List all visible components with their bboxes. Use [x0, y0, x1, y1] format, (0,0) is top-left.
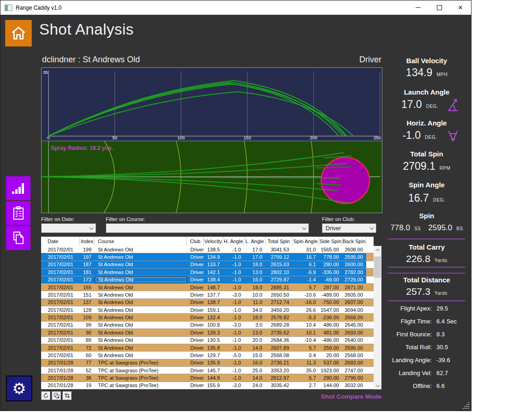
- rail-copy-data-button[interactable]: [6, 226, 30, 250]
- table-cell[interactable]: 109: [80, 314, 95, 321]
- home-button[interactable]: [5, 20, 32, 47]
- table-cell[interactable]: 20.0: [244, 337, 266, 344]
- table-cell[interactable]: 778.00: [319, 253, 342, 260]
- column-header-velocity[interactable]: Velocity: [204, 237, 223, 246]
- table-cell[interactable]: -1.0: [223, 337, 244, 344]
- table-cell[interactable]: 2017/02/01: [41, 306, 80, 313]
- table-cell[interactable]: 2017/02/01: [41, 352, 80, 358]
- table-cell[interactable]: 2799.00: [342, 374, 366, 381]
- column-header-back-spin[interactable]: Back Spin: [342, 237, 366, 246]
- table-cell[interactable]: 138.4: [204, 276, 223, 283]
- table-cell[interactable]: 10.4: [292, 322, 319, 328]
- table-cell[interactable]: 72: [80, 344, 95, 351]
- filter-date-dropdown[interactable]: [41, 223, 96, 233]
- table-cell[interactable]: 287.00: [319, 284, 342, 291]
- table-cell[interactable]: 17.0: [244, 246, 266, 253]
- table-cell[interactable]: -1.0: [223, 359, 244, 366]
- table-cell[interactable]: -1.0: [223, 261, 244, 268]
- table-cell[interactable]: Driver: [187, 261, 204, 268]
- titlebar[interactable]: Range Caddy v1.0 ✕: [0, 0, 471, 15]
- table-cell[interactable]: 2568.00: [342, 314, 366, 321]
- table-cell[interactable]: 138.5: [204, 246, 223, 253]
- table-cell[interactable]: Driver: [187, 374, 204, 381]
- table-cell[interactable]: Driver: [187, 314, 204, 321]
- table-cell[interactable]: 2568.08: [266, 352, 292, 358]
- table-cell[interactable]: 172: [80, 276, 95, 283]
- table-cell[interactable]: Driver: [187, 322, 204, 328]
- table-cell[interactable]: 13.0: [244, 329, 266, 336]
- table-cell[interactable]: 2689.28: [266, 322, 292, 328]
- table-cell[interactable]: 129.7: [204, 352, 223, 358]
- table-cell[interactable]: 139.3: [204, 329, 223, 336]
- column-header-h-angle[interactable]: H. Angle: [223, 237, 244, 246]
- table-cell[interactable]: 3094.00: [342, 306, 366, 313]
- table-cell[interactable]: Driver: [187, 337, 204, 344]
- table-cell[interactable]: -1.0: [223, 269, 244, 275]
- table-cell[interactable]: 159.1: [204, 306, 223, 313]
- table-cell[interactable]: -1.0: [223, 367, 244, 374]
- table-cell[interactable]: 2693.00: [342, 329, 366, 336]
- table-cell[interactable]: 18.0: [244, 284, 266, 291]
- table-cell[interactable]: 52: [80, 367, 95, 374]
- table-cell[interactable]: TPC at Sawgrass (ProTee): [95, 359, 187, 366]
- table-cell[interactable]: 148.7: [204, 284, 223, 291]
- table-cell[interactable]: 137: [80, 299, 95, 306]
- table-cell[interactable]: 144.9: [204, 374, 223, 381]
- table-cell[interactable]: 18.0: [244, 314, 266, 321]
- table-cell[interactable]: 3459.20: [266, 306, 292, 313]
- table-cell[interactable]: 2802.10: [266, 269, 292, 275]
- table-cell[interactable]: 144.00: [319, 382, 342, 389]
- table-cell[interactable]: Driver: [187, 352, 204, 358]
- table-cell[interactable]: 2812.97: [266, 374, 292, 381]
- table-cell[interactable]: St Andrews Old: [95, 276, 187, 283]
- table-cell[interactable]: Driver: [187, 284, 204, 291]
- scrollbar-thumb[interactable]: [374, 257, 381, 278]
- table-cell[interactable]: 134.9: [204, 253, 223, 260]
- rail-shot-analysis-button[interactable]: [6, 176, 30, 200]
- table-cell[interactable]: 280.00: [319, 261, 342, 268]
- table-cell[interactable]: 2578.82: [266, 314, 292, 321]
- table-cell[interactable]: 2709.12: [266, 253, 292, 260]
- table-cell[interactable]: 35.0: [292, 367, 319, 374]
- table-cell[interactable]: 537.00: [319, 359, 342, 366]
- table-cell[interactable]: TPC at Sawgrass (ProTee): [95, 367, 187, 374]
- table-cell[interactable]: 135.8: [204, 344, 223, 351]
- table-cell[interactable]: 3.0: [244, 322, 266, 328]
- table-cell[interactable]: 16.7: [292, 253, 319, 260]
- table-cell[interactable]: 0.4: [292, 352, 319, 358]
- table-cell[interactable]: 280.00: [319, 374, 342, 381]
- table-cell[interactable]: 481.00: [319, 329, 342, 336]
- table-cell[interactable]: 15.0: [244, 352, 266, 358]
- table-cell[interactable]: -1.0: [223, 276, 244, 283]
- table-cell[interactable]: 2735.62: [266, 329, 292, 336]
- table-cell[interactable]: St Andrews Old: [95, 329, 187, 336]
- table-row[interactable]: 2017/02/0160St Andrews OldDriver129.7-5.…: [41, 352, 374, 359]
- settings-button[interactable]: ⚙: [6, 376, 32, 401]
- table-cell[interactable]: 2608.00: [342, 246, 366, 253]
- table-cell[interactable]: 137.7: [204, 291, 223, 298]
- table-cell[interactable]: 5.7: [292, 374, 319, 381]
- table-cell[interactable]: TPC at Sawgrass (ProTee): [95, 382, 187, 389]
- scroll-up-button[interactable]: [374, 246, 381, 254]
- table-cell[interactable]: 36: [80, 374, 95, 381]
- table-cell[interactable]: Driver: [187, 246, 204, 253]
- maximize-button[interactable]: [429, 0, 450, 15]
- table-cell[interactable]: 16.0: [244, 359, 266, 366]
- table-cell[interactable]: 2650.50: [266, 291, 292, 298]
- table-cell[interactable]: 77: [80, 359, 95, 366]
- table-cell[interactable]: 2017/01/28: [41, 367, 80, 374]
- column-header-course[interactable]: Course: [95, 237, 187, 246]
- table-cell[interactable]: -3.0: [223, 291, 244, 298]
- minimize-button[interactable]: [407, 0, 429, 15]
- table-cell[interactable]: -489.00: [319, 291, 342, 298]
- table-cell[interactable]: -16.0: [292, 299, 319, 306]
- table-cell[interactable]: 2017/02/01: [41, 276, 80, 283]
- table-cell[interactable]: 2871.00: [342, 284, 366, 291]
- table-cell[interactable]: -5.0: [223, 352, 244, 358]
- table-cell[interactable]: 2595.00: [342, 344, 366, 351]
- table-row[interactable]: 2017/02/0172St Andrews OldDriver135.8-1.…: [41, 344, 374, 352]
- table-cell[interactable]: St Andrews Old: [95, 291, 187, 298]
- table-cell[interactable]: 10.1: [292, 329, 319, 336]
- table-cell[interactable]: -1.0: [223, 314, 244, 321]
- table-cell[interactable]: 2607.89: [266, 344, 292, 351]
